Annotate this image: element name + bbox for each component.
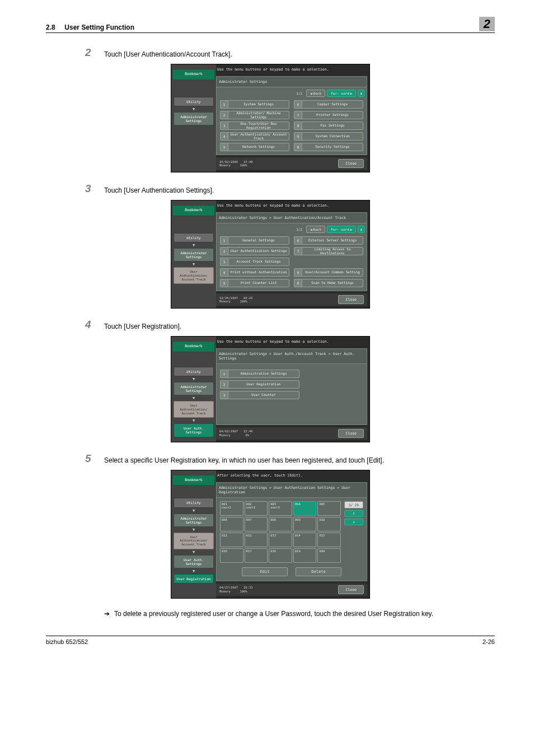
user-cell[interactable]: 001user1 [220,501,243,516]
page-indicator: 1/2 [294,90,305,96]
sidebar-utility[interactable]: Utility [174,97,214,106]
user-cell[interactable]: 007 [245,517,268,531]
user-cell[interactable]: 013 [269,533,292,547]
menu-item[interactable]: 1General Settings [220,236,289,245]
menu-item[interactable]: 5Print Counter List [220,279,289,287]
user-cell[interactable]: 011 [220,533,243,547]
menu-item[interactable]: 4User Authentication/ Account Track [220,132,289,141]
chapter-badge: 2 [479,17,495,31]
user-cell[interactable]: 003user3 [269,501,292,516]
user-cell[interactable]: 020 [317,548,341,563]
menu-item[interactable]: 1System Settings [220,100,289,109]
close-button[interactable]: Close [338,295,364,304]
menu-item-label: System Connection [302,132,363,141]
menu-item[interactable]: 8Fax Settings [294,122,363,130]
user-cell[interactable]: 014 [293,533,317,547]
scroll-up-button[interactable]: ↑ [344,510,363,517]
bookmark-tab[interactable]: Bookmark [172,205,215,216]
screen-hint: Use the menu buttons or keypad to make a… [216,200,369,212]
chevron-down-icon: ▼ [193,396,195,400]
menu-item[interactable]: 7Printer Settings [294,111,363,119]
menu-item[interactable]: 2User Authentication Settings [220,247,289,255]
menu-item-label: Administrator/ Machine Settings [228,111,289,119]
menu-item[interactable]: 0Scan to Home Settings [294,279,363,287]
sidebar-user-auth-settings[interactable]: User Auth. Settings [174,555,214,568]
user-cell[interactable]: 017 [245,548,268,563]
sidebar-admin-settings[interactable]: Administrator Settings [174,248,214,262]
menu-item-label: Printer Settings [302,111,363,119]
menu-item-label: User/Account Common Setting [302,268,363,277]
user-cell[interactable]: 005 [317,501,341,516]
user-cell[interactable]: 006 [220,517,243,531]
sidebar-user-registration[interactable]: User Registration [174,574,214,584]
close-button[interactable]: Close [338,429,364,438]
delete-button[interactable]: Delete [296,567,341,576]
menu-item-label: General Settings [228,236,289,245]
user-cell[interactable]: 004 [293,501,317,516]
menu-item-number: 4 [220,268,228,277]
sidebar-user-auth-settings[interactable]: User Auth. Settings [174,423,214,437]
menu-item-number: 1 [220,236,228,245]
menu-item-label: Copier Settings [302,100,363,109]
sidebar-auth-track[interactable]: User Authentication/ Account Track [174,267,214,284]
chevron-down-icon: ▼ [193,243,195,248]
menu-item-number: 3 [220,258,228,266]
menu-item[interactable]: 2Administrator/ Machine Settings [220,111,289,119]
menu-item[interactable]: 2User Registration [220,380,299,389]
user-cell[interactable]: 010 [317,517,341,531]
user-cell[interactable]: 018 [269,548,292,563]
menu-item[interactable]: 4Print without Authentication [220,268,289,277]
user-cell[interactable]: 002user2 [245,501,268,516]
bookmark-tab[interactable]: Bookmark [172,69,215,80]
sidebar-auth-track[interactable]: User Authentication/ Account Track [174,533,214,549]
close-button[interactable]: Close [338,585,364,594]
edit-button[interactable]: Edit [242,567,288,576]
user-cell[interactable]: 009 [293,517,317,531]
menu-item-number: 9 [294,132,302,141]
menu-item[interactable]: 9System Connection [294,132,363,141]
user-cell[interactable]: 015 [317,533,341,547]
sidebar-utility[interactable]: Utility [174,367,214,376]
sidebar-admin-settings[interactable]: Administrator Settings [174,112,214,125]
menu-item[interactable]: 3Account Track Settings [220,258,289,266]
menu-item-label: External Server Settings [302,236,363,245]
chevron-down-icon: ▼ [193,377,195,381]
step-number: 5 [85,452,104,465]
next-icon[interactable]: ▮ [358,226,364,233]
menu-item[interactable]: 6External Server Settings [294,236,363,245]
forward-button[interactable]: For- ward▶ [327,226,356,233]
back-button[interactable]: ◀Back [306,90,325,97]
scroll-down-button[interactable]: ↓ [344,519,363,525]
user-cell[interactable]: 019 [293,548,317,563]
chevron-down-icon: ▼ [193,550,195,554]
sidebar-utility[interactable]: Utility [174,233,214,242]
menu-item[interactable]: 3User Counter [220,391,299,399]
menu-item-number: 1 [220,100,228,109]
menu-item-number: 2 [220,111,228,119]
sidebar-admin-settings[interactable]: Administrator Settings [174,382,214,395]
screenshot-4: Bookmark Utility ▼ Administrator Setting… [171,470,370,599]
close-button[interactable]: Close [338,159,364,168]
bookmark-tab[interactable]: Bookmark [172,475,215,486]
back-button[interactable]: ◀Back [306,226,325,233]
forward-button[interactable]: For- ward▶ [327,90,356,97]
menu-item[interactable]: 5Network Settings [220,143,289,151]
menu-item[interactable]: 3One-Touch/User Box Registration [220,122,289,130]
menu-item[interactable]: 6Copier Settings [294,100,363,109]
sidebar-utility[interactable]: Utility [174,498,214,507]
user-cell[interactable]: 012 [245,533,268,547]
menu-item[interactable]: 9User/Account Common Setting [294,268,363,277]
menu-item-number: 0 [294,143,302,151]
bookmark-tab[interactable]: Bookmark [172,341,215,352]
user-cell[interactable]: 016 [220,548,243,563]
step-text: Touch [User Authentication/Account Track… [104,46,232,59]
menu-item[interactable]: 1Administrative Settings [220,370,299,378]
sidebar-admin-settings[interactable]: Administrator Settings [174,514,214,527]
user-cell[interactable]: 008 [269,517,292,531]
next-icon[interactable]: ▮ [358,90,364,97]
menu-item[interactable]: 7Limiting Access to Destinations [294,247,363,255]
sidebar-auth-track[interactable]: User Authentication/ Account Track [174,401,214,418]
menu-item-number: 6 [294,236,302,245]
menu-item[interactable]: 0Security Settings [294,143,363,151]
menu-item-label: User Counter [228,391,299,399]
